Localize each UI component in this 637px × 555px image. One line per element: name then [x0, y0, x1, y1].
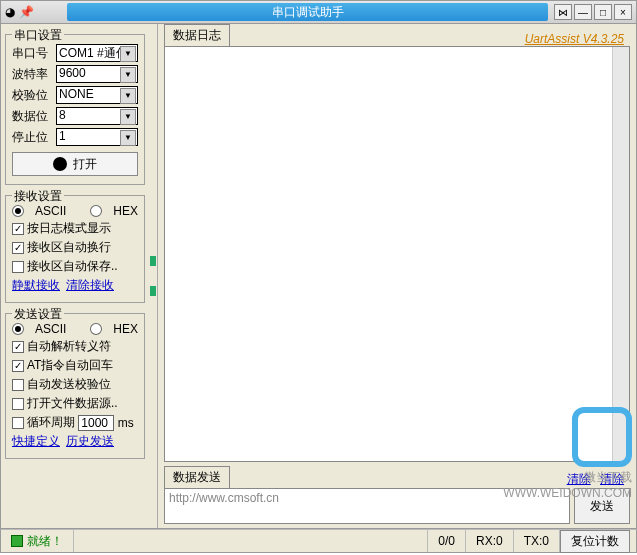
- clear-recv-link[interactable]: 清除接收: [66, 278, 114, 292]
- history-link[interactable]: 历史发送: [66, 434, 114, 448]
- auto-checksum-check[interactable]: 自动发送校验位: [12, 376, 138, 393]
- open-file-check[interactable]: 打开文件数据源..: [12, 395, 138, 412]
- tab-data-log[interactable]: 数据日志: [164, 24, 230, 46]
- data-label: 数据位: [12, 108, 52, 125]
- chevron-left-icon: [150, 286, 156, 296]
- status-tx: TX:0: [514, 530, 560, 552]
- baud-select[interactable]: 9600: [56, 65, 138, 83]
- content-area: 数据日志 UartAssist V4.3.25 数据发送 清除 清除 http:…: [157, 24, 636, 528]
- window-title: 串口调试助手: [67, 3, 548, 21]
- status-icon: [11, 535, 23, 547]
- close-button[interactable]: ×: [614, 4, 632, 20]
- help-icon[interactable]: ⋈: [554, 4, 572, 20]
- stop-select[interactable]: 1: [56, 128, 138, 146]
- port-select[interactable]: COM1 #通信: [56, 44, 138, 62]
- group-title: 发送设置: [12, 306, 64, 323]
- send-settings-group: 发送设置 ASCII HEX 自动解析转义符 AT指令自动回车 自动发送校验位 …: [5, 313, 145, 459]
- status-ready: 就绪！: [27, 533, 63, 550]
- at-cr-check[interactable]: AT指令自动回车: [12, 357, 138, 374]
- escape-check[interactable]: 自动解析转义符: [12, 338, 138, 355]
- group-title: 串口设置: [12, 27, 64, 44]
- sidebar: 串口设置 串口号COM1 #通信 波特率9600 校验位NONE 数据位8 停止…: [1, 24, 149, 528]
- open-port-button[interactable]: 打开: [12, 152, 138, 176]
- recv-logmode-check[interactable]: 按日志模式显示: [12, 220, 138, 237]
- recv-settings-group: 接收设置 ASCII HEX 按日志模式显示 接收区自动换行 接收区自动保存..…: [5, 195, 145, 303]
- reset-counter-button[interactable]: 复位计数: [560, 530, 630, 553]
- cycle-check[interactable]: 循环周期 ms: [12, 414, 138, 431]
- status-rx: RX:0: [466, 530, 514, 552]
- minimize-button[interactable]: —: [574, 4, 592, 20]
- parity-label: 校验位: [12, 87, 52, 104]
- maximize-button[interactable]: □: [594, 4, 612, 20]
- silent-recv-link[interactable]: 静默接收: [12, 278, 60, 292]
- splitter[interactable]: [149, 24, 157, 528]
- watermark: 微当下载 WWW.WEIDOWN.COM: [503, 407, 632, 500]
- parity-select[interactable]: NONE: [56, 86, 138, 104]
- send-hex-radio[interactable]: [90, 323, 102, 335]
- tab-data-send[interactable]: 数据发送: [164, 466, 230, 488]
- data-select[interactable]: 8: [56, 107, 138, 125]
- serial-settings-group: 串口设置 串口号COM1 #通信 波特率9600 校验位NONE 数据位8 停止…: [5, 34, 145, 185]
- recv-autowrap-check[interactable]: 接收区自动换行: [12, 239, 138, 256]
- app-icon: ◕: [5, 5, 15, 19]
- port-label: 串口号: [12, 45, 52, 62]
- log-textarea[interactable]: [164, 46, 630, 462]
- version-link[interactable]: UartAssist V4.3.25: [525, 32, 630, 46]
- baud-label: 波特率: [12, 66, 52, 83]
- titlebar: ◕ 📌 串口调试助手 ⋈ — □ ×: [0, 0, 637, 24]
- cycle-input[interactable]: [78, 415, 114, 431]
- shortcut-link[interactable]: 快捷定义: [12, 434, 60, 448]
- recv-hex-radio[interactable]: [90, 205, 102, 217]
- watermark-logo-icon: [572, 407, 632, 467]
- recv-ascii-radio[interactable]: [12, 205, 24, 217]
- chevron-left-icon: [150, 256, 156, 266]
- pin-icon[interactable]: 📌: [19, 5, 34, 19]
- group-title: 接收设置: [12, 188, 64, 205]
- statusbar: 就绪！ 0/0 RX:0 TX:0 复位计数: [0, 529, 637, 553]
- status-dot-icon: [53, 157, 67, 171]
- send-ascii-radio[interactable]: [12, 323, 24, 335]
- status-counter: 0/0: [428, 530, 466, 552]
- recv-autosave-check[interactable]: 接收区自动保存..: [12, 258, 138, 275]
- stop-label: 停止位: [12, 129, 52, 146]
